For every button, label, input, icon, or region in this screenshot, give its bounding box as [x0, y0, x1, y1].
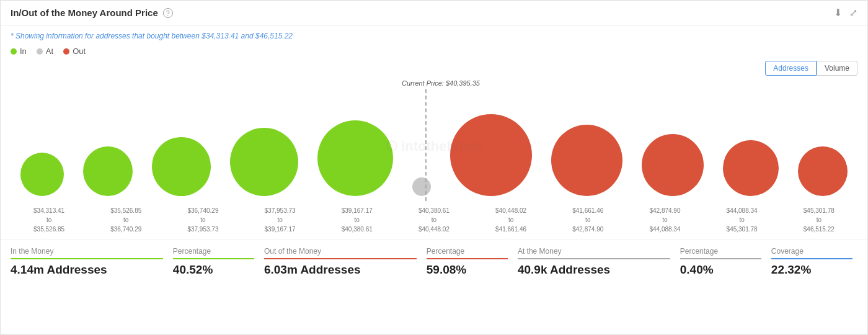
- stat-value-out: 6.03m Addresses: [264, 263, 417, 277]
- stat-label-pct-out: Percentage: [427, 247, 508, 259]
- bubble-3: [152, 137, 211, 196]
- bubble-col-8: [551, 125, 622, 196]
- stat-at-the-money: At the Money 40.9k Addresses: [513, 247, 675, 277]
- stat-pct-in: Percentage 40.52%: [168, 247, 259, 277]
- bubble-col-4: [230, 128, 298, 196]
- bubble-col-3: [152, 137, 211, 196]
- range-7: $40,448.02to$41,661.46: [480, 206, 542, 234]
- bubble-col-1: [20, 153, 64, 196]
- toggle-addresses[interactable]: Addresses: [765, 61, 817, 76]
- header-actions: ⬇ ⤢: [834, 7, 857, 19]
- bubble-col-5: [317, 120, 393, 196]
- range-2: $35,526.85to$36,740.29: [95, 206, 157, 234]
- stat-pct-out: Percentage 59.08%: [422, 247, 513, 277]
- range-11: $45,301.78to$46,515.22: [788, 206, 850, 234]
- legend-label-at: At: [46, 47, 53, 56]
- bubble-7: [450, 114, 532, 196]
- bubble-11: [798, 146, 848, 196]
- legend-item-in: In: [11, 47, 27, 56]
- stat-value-pct-out: 59.08%: [427, 263, 508, 277]
- stat-value-in: 4.14m Addresses: [11, 263, 163, 277]
- info-prefix: * Showing information for addresses that…: [11, 32, 202, 40]
- header-left: In/Out of the Money Around Price ?: [11, 7, 173, 18]
- legend-dot-out: [63, 48, 69, 55]
- chart-title: In/Out of the Money Around Price: [11, 7, 158, 18]
- download-icon[interactable]: ⬇: [834, 7, 842, 19]
- expand-icon[interactable]: ⤢: [849, 7, 857, 19]
- bubble-col-2: [83, 146, 133, 196]
- bubble-5: [317, 120, 393, 196]
- range-8: $41,661.46to$42,874.90: [557, 206, 619, 234]
- stat-coverage: Coverage 22.32%: [766, 247, 857, 277]
- range-4: $37,953.73to$39,167.17: [249, 206, 311, 234]
- chart-area: Current Price: $40,395.35: [1, 78, 867, 202]
- stat-label-in: In the Money: [11, 247, 163, 259]
- bubble-4: [230, 128, 298, 196]
- stat-value-coverage: 22.32%: [771, 263, 852, 277]
- legend-item-out: Out: [63, 47, 86, 56]
- bubble-6: [412, 177, 431, 196]
- legend-dot-at: [37, 48, 43, 55]
- stat-label-coverage: Coverage: [771, 247, 852, 259]
- bubble-1: [20, 153, 64, 196]
- range-3: $36,740.29to$37,953.73: [172, 206, 234, 234]
- toggle-volume[interactable]: Volume: [817, 61, 857, 76]
- stat-label-out: Out of the Money: [264, 247, 417, 259]
- bubble-col-9: [642, 134, 704, 196]
- range-9: $42,874.90to$44,088.34: [634, 206, 696, 234]
- range-10: $44,088.34to$45,301.78: [711, 206, 773, 234]
- stat-label-pct-at: Percentage: [680, 247, 761, 259]
- legend-label-in: In: [20, 47, 27, 56]
- range-6: $40,380.61to$40,448.02: [403, 206, 465, 234]
- bubble-9: [642, 134, 704, 196]
- stat-value-pct-at: 0.40%: [680, 263, 761, 277]
- bubble-8: [551, 125, 622, 196]
- range-1: $34,313.41to$35,526.85: [18, 206, 80, 234]
- bubble-2: [83, 146, 133, 196]
- stat-out-the-money: Out of the Money 6.03m Addresses: [259, 247, 422, 277]
- legend: In At Out: [1, 44, 867, 61]
- legend-label-out: Out: [73, 47, 86, 56]
- toggle-row: Addresses Volume: [1, 61, 867, 78]
- ranges-row: $34,313.41to$35,526.85 $35,526.85to$36,7…: [1, 202, 867, 239]
- info-bar: * Showing information for addresses that…: [1, 25, 867, 44]
- bubble-col-7: [450, 114, 532, 196]
- stat-pct-at: Percentage 0.40%: [675, 247, 766, 277]
- stat-label-pct-in: Percentage: [173, 247, 254, 259]
- bubble-col-10: [723, 140, 779, 196]
- bubble-col-6: [412, 177, 431, 196]
- stat-value-at: 40.9k Addresses: [518, 263, 670, 277]
- bubbles-row: [11, 78, 857, 196]
- range-connector: and: [239, 32, 255, 40]
- legend-item-at: At: [37, 47, 53, 56]
- range-end: $46,515.22: [255, 32, 293, 40]
- stat-value-pct-in: 40.52%: [173, 263, 254, 277]
- range-start: $34,313.41: [202, 32, 239, 40]
- range-5: $39,167.17to$40,380.61: [326, 206, 388, 234]
- header: In/Out of the Money Around Price ? ⬇ ⤢: [1, 1, 867, 25]
- stat-label-at: At the Money: [518, 247, 670, 259]
- bubble-col-11: [798, 146, 848, 196]
- help-icon[interactable]: ?: [163, 8, 173, 18]
- bubble-10: [723, 140, 779, 196]
- stat-in-the-money: In the Money 4.14m Addresses: [11, 247, 168, 277]
- main-container: In/Out of the Money Around Price ? ⬇ ⤢ *…: [0, 0, 868, 335]
- stats-bar: In the Money 4.14m Addresses Percentage …: [1, 239, 867, 277]
- legend-dot-in: [11, 48, 17, 55]
